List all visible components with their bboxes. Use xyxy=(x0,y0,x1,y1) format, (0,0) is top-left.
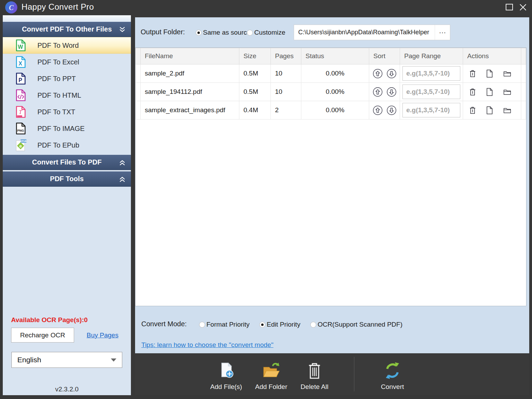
section-convert-pdf-to-other[interactable]: Convert PDF To Other Files xyxy=(3,22,131,37)
add-folder-button[interactable]: Add Folder xyxy=(247,359,295,391)
sidebar-item-pdf-to-ppt[interactable]: P PDF To PPT xyxy=(3,70,131,87)
sidebar-item-pdf-to-word[interactable]: W PDF To Word xyxy=(3,37,131,54)
size-cell: 0.5M xyxy=(239,83,271,101)
close-icon[interactable] xyxy=(519,3,527,11)
move-down-icon[interactable] xyxy=(387,87,397,97)
radio-ocr[interactable]: OCR(Support Scanned PDF) xyxy=(310,321,402,328)
open-folder-icon[interactable] xyxy=(503,88,511,96)
ppt-icon: P xyxy=(15,72,27,85)
open-folder-icon[interactable] xyxy=(503,106,511,115)
delete-row-icon[interactable] xyxy=(469,69,477,78)
recharge-ocr-button[interactable]: Recharge OCR xyxy=(11,328,74,343)
move-down-icon[interactable] xyxy=(387,105,397,115)
row-scroll-gutter xyxy=(521,101,526,119)
radio-same-as-source[interactable]: Same as source xyxy=(196,29,250,36)
sidebar-item-pdf-to-excel[interactable]: X PDF To Excel xyxy=(3,54,131,70)
svg-text:P: P xyxy=(19,77,23,83)
app-window: C Happy Convert Pro Convert PDF To Other… xyxy=(0,0,532,399)
open-file-icon[interactable] xyxy=(486,69,494,78)
section-label: Convert Files To PDF xyxy=(32,158,102,166)
maximize-icon[interactable] xyxy=(506,4,513,10)
buy-pages-link[interactable]: Buy Pages xyxy=(87,331,118,339)
svg-text:e: e xyxy=(19,143,22,149)
file-table: FileName Size Pages Status Sort Page Ran… xyxy=(135,47,526,306)
main-panel: Output Folder: Same as source Customize … xyxy=(135,17,529,395)
sidebar-item-pdf-to-txt[interactable]: T PDF To TXT xyxy=(3,104,131,120)
move-up-icon[interactable] xyxy=(373,69,383,79)
table-row[interactable]: sample_194112.pdf 0.5M 10 0.00% xyxy=(136,83,526,101)
radio-icon[interactable] xyxy=(310,322,316,328)
filename-cell: sample_194112.pdf xyxy=(141,83,239,101)
delete-row-icon[interactable] xyxy=(469,106,477,115)
convert-mode-bar: Convert Mode: Format Priority Edit Prior… xyxy=(135,306,529,353)
header-actions[interactable]: Actions xyxy=(463,48,521,64)
chevron-down-icon xyxy=(111,358,116,362)
sidebar-item-pdf-to-image[interactable]: PNG PDF To IMAGE xyxy=(3,120,131,137)
row-gutter-cell xyxy=(136,83,141,101)
section-convert-files-to-pdf[interactable]: Convert Files To PDF xyxy=(3,155,131,170)
sidebar-item-label: PDF To EPub xyxy=(37,141,79,149)
browse-button[interactable]: ⋯ xyxy=(435,25,450,40)
word-icon: W xyxy=(15,39,27,52)
sidebar-item-label: PDF To Word xyxy=(37,42,79,50)
add-files-button[interactable]: Add File(s) xyxy=(202,359,250,391)
output-folder-label: Output Folder: xyxy=(141,28,185,36)
table-row[interactable]: sample_extract_images.pdf 0.4M 2 0.00% xyxy=(136,101,526,119)
output-path-value: C:\Users\sijianbn\AppData\Roaming\TalkHe… xyxy=(298,29,435,36)
sidebar-spacer xyxy=(3,16,131,22)
header-sort[interactable]: Sort xyxy=(369,48,400,64)
header-pages[interactable]: Pages xyxy=(271,48,301,64)
tips-link[interactable]: Tips: learn how to choose the "convert m… xyxy=(141,341,273,349)
radio-icon[interactable] xyxy=(259,322,265,328)
delete-row-icon[interactable] xyxy=(469,88,477,96)
header-filename[interactable]: FileName xyxy=(141,48,239,64)
filename-cell: sample_2.pdf xyxy=(141,64,239,83)
radio-customize[interactable]: Customize xyxy=(247,29,285,36)
txt-icon: T xyxy=(15,105,27,118)
actions-cell xyxy=(463,83,521,101)
header-status[interactable]: Status xyxy=(301,48,369,64)
row-gutter-cell xyxy=(136,64,141,83)
page-range-input[interactable] xyxy=(402,103,460,117)
trash-icon xyxy=(290,359,339,380)
header-page-range[interactable]: Page Range xyxy=(400,48,463,64)
sidebar-item-pdf-to-epub[interactable]: e EPUB PDF To EPub xyxy=(3,137,131,153)
status-cell: 0.00% xyxy=(301,64,369,83)
sidebar-item-label: PDF To TXT xyxy=(37,108,75,116)
open-file-icon[interactable] xyxy=(486,106,494,115)
delete-all-button[interactable]: Delete All xyxy=(290,359,339,391)
radio-icon[interactable] xyxy=(196,30,202,36)
language-dropdown[interactable]: English xyxy=(11,352,122,368)
open-file-icon[interactable] xyxy=(486,88,494,96)
sort-cell xyxy=(369,83,400,101)
move-down-icon[interactable] xyxy=(387,69,397,79)
status-cell: 0.00% xyxy=(301,101,369,119)
header-size[interactable]: Size xyxy=(239,48,271,64)
size-cell: 0.5M xyxy=(239,64,271,83)
convert-button[interactable]: Convert xyxy=(368,359,417,391)
radio-icon[interactable] xyxy=(247,30,253,36)
actions-cell xyxy=(463,64,521,83)
svg-text:X: X xyxy=(19,61,23,66)
filename-cell: sample_extract_images.pdf xyxy=(141,101,239,119)
page-range-input[interactable] xyxy=(402,66,460,81)
svg-text:T: T xyxy=(19,109,22,115)
language-selected-value: English xyxy=(17,356,111,364)
radio-icon[interactable] xyxy=(199,322,205,328)
table-row[interactable]: sample_2.pdf 0.5M 10 0.00% xyxy=(136,64,526,83)
move-up-icon[interactable] xyxy=(373,105,383,115)
page-range-cell xyxy=(400,101,463,119)
page-range-input[interactable] xyxy=(402,85,460,99)
page-range-cell xyxy=(400,64,463,83)
sort-cell xyxy=(369,64,400,83)
open-folder-icon[interactable] xyxy=(503,69,511,78)
version-label: v2.3.2.0 xyxy=(3,385,131,393)
radio-edit-priority[interactable]: Edit Priority xyxy=(259,321,300,328)
section-pdf-tools[interactable]: PDF Tools xyxy=(3,171,131,187)
radio-format-priority[interactable]: Format Priority xyxy=(199,321,250,328)
move-up-icon[interactable] xyxy=(373,87,383,97)
actions-cell xyxy=(463,101,521,119)
titlebar: C Happy Convert Pro xyxy=(0,0,532,15)
output-path-field[interactable]: C:\Users\sijianbn\AppData\Roaming\TalkHe… xyxy=(294,25,450,40)
sidebar-item-pdf-to-html[interactable]: PDF To HTML xyxy=(3,87,131,104)
